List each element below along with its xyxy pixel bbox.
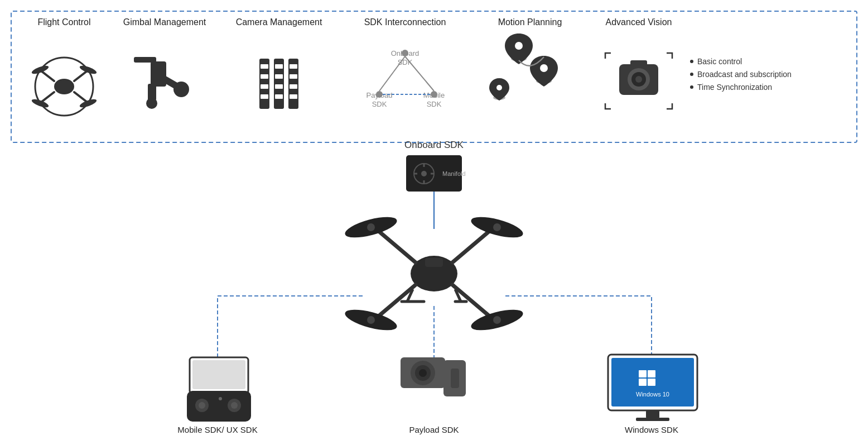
windows-sdk-label: Windows SDK: [625, 425, 678, 434]
svg-rect-95: [639, 370, 647, 377]
mobile-sdk-tri-label2: SDK: [427, 100, 442, 108]
svg-line-36: [405, 56, 434, 91]
svg-point-7: [31, 64, 49, 75]
payload-sdk-tri-label2: SDK: [372, 100, 387, 108]
payload-sdk-label: Payload SDK: [409, 425, 459, 434]
svg-point-32: [402, 50, 408, 56]
svg-line-63: [452, 232, 489, 262]
svg-rect-98: [648, 379, 655, 386]
svg-point-86: [219, 397, 222, 400]
svg-rect-25: [275, 74, 283, 79]
svg-point-8: [79, 64, 97, 75]
svg-point-73: [493, 316, 501, 324]
svg-rect-99: [646, 410, 659, 418]
svg-rect-48: [630, 60, 647, 66]
svg-point-85: [231, 402, 238, 409]
windows-label: Windows 10: [636, 391, 669, 398]
svg-point-72: [367, 316, 375, 324]
onboard-sdk-label: Onboard SDK: [404, 140, 464, 150]
gimbal-management-title: Gimbal Management: [123, 17, 206, 27]
svg-point-43: [496, 85, 502, 90]
svg-point-70: [367, 223, 375, 231]
svg-point-83: [199, 402, 205, 409]
svg-point-16: [146, 98, 157, 109]
bullet-broadcast: Broadcast and subscription: [697, 70, 792, 79]
svg-point-49: [690, 60, 693, 63]
svg-point-50: [690, 73, 693, 76]
svg-rect-80: [192, 360, 245, 389]
svg-point-34: [431, 91, 437, 98]
svg-rect-27: [275, 94, 283, 99]
svg-point-13: [173, 82, 189, 97]
svg-point-51: [690, 85, 693, 89]
svg-rect-92: [451, 369, 459, 388]
svg-rect-29: [290, 74, 297, 79]
svg-line-6: [74, 92, 86, 102]
svg-rect-14: [134, 57, 156, 63]
sdk-interconnection-title: SDK Interconnection: [364, 17, 446, 27]
bullet-basic-control: Basic control: [697, 57, 742, 66]
svg-rect-100: [636, 418, 669, 421]
svg-point-33: [376, 91, 383, 98]
svg-line-4: [74, 71, 86, 81]
bullet-time-sync: Time Synchronization: [697, 83, 772, 92]
camera-management-title: Camera Management: [236, 17, 322, 27]
svg-line-62: [379, 232, 416, 262]
svg-point-2: [54, 79, 74, 94]
svg-rect-28: [290, 64, 297, 69]
svg-rect-96: [648, 370, 655, 377]
svg-rect-26: [275, 84, 283, 89]
mobile-sdk-label: Mobile SDK/ UX SDK: [177, 425, 257, 434]
svg-rect-97: [639, 379, 647, 386]
svg-point-54: [421, 171, 427, 176]
svg-rect-23: [261, 94, 268, 99]
svg-point-9: [31, 98, 49, 109]
flight-control-title: Flight Control: [37, 17, 90, 27]
motion-planning-title: Motion Planning: [498, 17, 562, 27]
svg-rect-11: [151, 61, 166, 87]
svg-rect-22: [261, 84, 268, 89]
svg-point-90: [419, 369, 427, 377]
svg-line-5: [42, 92, 54, 102]
svg-line-35: [379, 56, 405, 91]
svg-rect-61: [425, 258, 443, 267]
svg-point-39: [515, 42, 523, 50]
svg-rect-31: [290, 94, 297, 99]
advanced-vision-title: Advanced Vision: [606, 17, 672, 27]
svg-rect-20: [261, 64, 268, 69]
svg-point-71: [493, 223, 501, 231]
manifold-label: Manifold: [442, 170, 466, 177]
svg-point-41: [540, 64, 548, 72]
svg-rect-30: [290, 84, 297, 89]
svg-rect-24: [275, 64, 283, 69]
svg-point-47: [635, 76, 642, 83]
svg-point-10: [79, 98, 97, 109]
svg-rect-21: [261, 74, 268, 79]
svg-line-3: [42, 71, 54, 81]
